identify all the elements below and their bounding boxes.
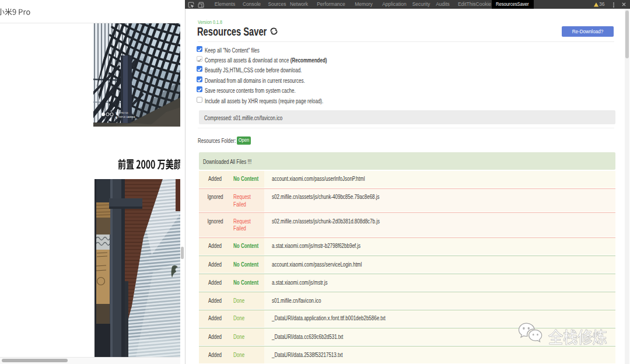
svg-text:AI TRIPLE CAMERA: AI TRIPLE CAMERA <box>116 116 135 118</box>
svg-text:MI 9 PRO 5G: MI 9 PRO 5G <box>116 112 128 114</box>
